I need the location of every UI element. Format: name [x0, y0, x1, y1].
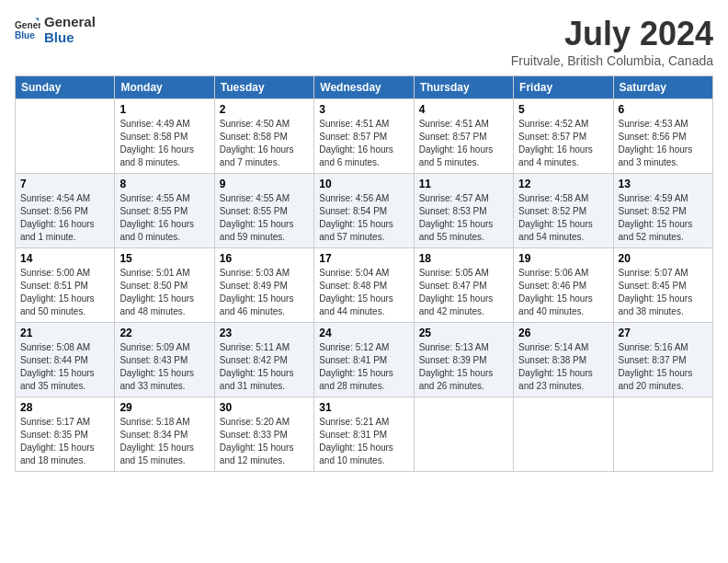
- day-cell: 4Sunrise: 4:51 AM Sunset: 8:57 PM Daylig…: [414, 99, 513, 174]
- day-cell: 6Sunrise: 4:53 AM Sunset: 8:56 PM Daylig…: [613, 99, 712, 174]
- header-cell-sunday: Sunday: [16, 76, 115, 99]
- day-number: 4: [419, 103, 508, 116]
- day-detail: Sunrise: 4:53 AM Sunset: 8:56 PM Dayligh…: [619, 118, 708, 169]
- day-cell: 23Sunrise: 5:11 AM Sunset: 8:42 PM Dayli…: [214, 323, 313, 397]
- day-detail: Sunrise: 5:00 AM Sunset: 8:51 PM Dayligh…: [20, 267, 109, 318]
- day-cell: 26Sunrise: 5:14 AM Sunset: 8:38 PM Dayli…: [514, 323, 613, 397]
- day-number: 9: [220, 178, 309, 190]
- header-cell-tuesday: Tuesday: [214, 76, 313, 99]
- day-cell: 10Sunrise: 4:56 AM Sunset: 8:54 PM Dayli…: [314, 174, 414, 248]
- day-detail: Sunrise: 5:21 AM Sunset: 8:31 PM Dayligh…: [319, 416, 408, 467]
- day-cell: 11Sunrise: 4:57 AM Sunset: 8:53 PM Dayli…: [414, 174, 513, 248]
- day-cell: 30Sunrise: 5:20 AM Sunset: 8:33 PM Dayli…: [214, 397, 313, 472]
- header-cell-saturday: Saturday: [613, 76, 712, 99]
- day-cell: 8Sunrise: 4:55 AM Sunset: 8:55 PM Daylig…: [115, 174, 214, 248]
- day-cell: 15Sunrise: 5:01 AM Sunset: 8:50 PM Dayli…: [115, 248, 214, 323]
- day-cell: [613, 397, 712, 472]
- day-detail: Sunrise: 5:05 AM Sunset: 8:47 PM Dayligh…: [419, 267, 508, 318]
- day-detail: Sunrise: 4:58 AM Sunset: 8:52 PM Dayligh…: [518, 192, 608, 244]
- day-number: 16: [220, 252, 309, 265]
- calendar-table: SundayMondayTuesdayWednesdayThursdayFrid…: [15, 75, 713, 472]
- month-title: July 2024: [511, 15, 713, 53]
- week-row-1: 1Sunrise: 4:49 AM Sunset: 8:58 PM Daylig…: [16, 99, 713, 174]
- day-detail: Sunrise: 4:52 AM Sunset: 8:57 PM Dayligh…: [518, 118, 608, 169]
- header-cell-thursday: Thursday: [414, 76, 513, 99]
- day-number: 27: [619, 327, 708, 339]
- day-number: 14: [20, 252, 109, 265]
- day-cell: 31Sunrise: 5:21 AM Sunset: 8:31 PM Dayli…: [314, 397, 414, 472]
- day-cell: 25Sunrise: 5:13 AM Sunset: 8:39 PM Dayli…: [414, 323, 513, 397]
- day-number: 13: [619, 178, 708, 190]
- header-row: SundayMondayTuesdayWednesdayThursdayFrid…: [16, 76, 713, 99]
- day-number: 7: [20, 178, 109, 190]
- day-detail: Sunrise: 5:20 AM Sunset: 8:33 PM Dayligh…: [220, 416, 309, 467]
- header-cell-monday: Monday: [115, 76, 214, 99]
- day-number: 24: [319, 327, 408, 339]
- day-number: 3: [319, 103, 408, 116]
- day-number: 11: [419, 178, 508, 190]
- day-detail: Sunrise: 4:51 AM Sunset: 8:57 PM Dayligh…: [419, 118, 508, 169]
- day-number: 17: [319, 252, 408, 265]
- week-row-4: 21Sunrise: 5:08 AM Sunset: 8:44 PM Dayli…: [16, 323, 713, 397]
- day-cell: 29Sunrise: 5:18 AM Sunset: 8:34 PM Dayli…: [115, 397, 214, 472]
- day-cell: 12Sunrise: 4:58 AM Sunset: 8:52 PM Dayli…: [514, 174, 613, 248]
- day-detail: Sunrise: 5:04 AM Sunset: 8:48 PM Dayligh…: [319, 267, 408, 318]
- day-detail: Sunrise: 4:56 AM Sunset: 8:54 PM Dayligh…: [319, 192, 408, 244]
- logo: General Blue General Blue: [15, 15, 96, 45]
- day-detail: Sunrise: 5:12 AM Sunset: 8:41 PM Dayligh…: [319, 341, 408, 393]
- day-cell: 5Sunrise: 4:52 AM Sunset: 8:57 PM Daylig…: [514, 99, 613, 174]
- day-number: 29: [119, 401, 209, 414]
- day-detail: Sunrise: 5:08 AM Sunset: 8:44 PM Dayligh…: [20, 341, 109, 393]
- day-detail: Sunrise: 5:06 AM Sunset: 8:46 PM Dayligh…: [518, 267, 608, 318]
- day-number: 20: [619, 252, 708, 265]
- day-detail: Sunrise: 5:09 AM Sunset: 8:43 PM Dayligh…: [119, 341, 209, 393]
- week-row-3: 14Sunrise: 5:00 AM Sunset: 8:51 PM Dayli…: [16, 248, 713, 323]
- day-number: 12: [518, 178, 608, 190]
- title-block: July 2024 Fruitvale, British Columbia, C…: [511, 15, 713, 68]
- day-cell: [16, 99, 115, 174]
- logo-blue: Blue: [44, 30, 96, 46]
- day-number: 28: [20, 401, 109, 414]
- day-cell: 17Sunrise: 5:04 AM Sunset: 8:48 PM Dayli…: [314, 248, 414, 323]
- day-number: 21: [20, 327, 109, 339]
- day-cell: 22Sunrise: 5:09 AM Sunset: 8:43 PM Dayli…: [115, 323, 214, 397]
- week-row-2: 7Sunrise: 4:54 AM Sunset: 8:56 PM Daylig…: [16, 174, 713, 248]
- day-detail: Sunrise: 5:07 AM Sunset: 8:45 PM Dayligh…: [619, 267, 708, 318]
- day-number: 26: [518, 327, 608, 339]
- day-detail: Sunrise: 4:57 AM Sunset: 8:53 PM Dayligh…: [419, 192, 508, 244]
- day-number: 22: [119, 327, 209, 339]
- day-cell: 18Sunrise: 5:05 AM Sunset: 8:47 PM Dayli…: [414, 248, 513, 323]
- day-cell: 7Sunrise: 4:54 AM Sunset: 8:56 PM Daylig…: [16, 174, 115, 248]
- day-cell: 20Sunrise: 5:07 AM Sunset: 8:45 PM Dayli…: [613, 248, 712, 323]
- location-title: Fruitvale, British Columbia, Canada: [511, 53, 713, 68]
- day-number: 15: [119, 252, 209, 265]
- day-number: 30: [220, 401, 309, 414]
- day-cell: 13Sunrise: 4:59 AM Sunset: 8:52 PM Dayli…: [613, 174, 712, 248]
- day-cell: 1Sunrise: 4:49 AM Sunset: 8:58 PM Daylig…: [115, 99, 214, 174]
- day-detail: Sunrise: 4:55 AM Sunset: 8:55 PM Dayligh…: [119, 192, 209, 244]
- day-detail: Sunrise: 5:13 AM Sunset: 8:39 PM Dayligh…: [419, 341, 508, 393]
- svg-text:General: General: [15, 20, 40, 30]
- page-header: General Blue General Blue July 2024 Frui…: [15, 15, 713, 68]
- day-cell: 19Sunrise: 5:06 AM Sunset: 8:46 PM Dayli…: [514, 248, 613, 323]
- day-cell: 21Sunrise: 5:08 AM Sunset: 8:44 PM Dayli…: [16, 323, 115, 397]
- header-cell-friday: Friday: [514, 76, 613, 99]
- day-detail: Sunrise: 4:49 AM Sunset: 8:58 PM Dayligh…: [119, 118, 209, 169]
- day-number: 23: [220, 327, 309, 339]
- day-detail: Sunrise: 4:59 AM Sunset: 8:52 PM Dayligh…: [619, 192, 708, 244]
- day-detail: Sunrise: 5:14 AM Sunset: 8:38 PM Dayligh…: [518, 341, 608, 393]
- day-cell: 2Sunrise: 4:50 AM Sunset: 8:58 PM Daylig…: [214, 99, 313, 174]
- day-number: 31: [319, 401, 408, 414]
- day-number: 1: [119, 103, 209, 116]
- day-cell: 9Sunrise: 4:55 AM Sunset: 8:55 PM Daylig…: [214, 174, 313, 248]
- day-cell: 24Sunrise: 5:12 AM Sunset: 8:41 PM Dayli…: [314, 323, 414, 397]
- day-cell: 16Sunrise: 5:03 AM Sunset: 8:49 PM Dayli…: [214, 248, 313, 323]
- day-cell: 14Sunrise: 5:00 AM Sunset: 8:51 PM Dayli…: [16, 248, 115, 323]
- day-detail: Sunrise: 5:01 AM Sunset: 8:50 PM Dayligh…: [119, 267, 209, 318]
- day-number: 25: [419, 327, 508, 339]
- day-detail: Sunrise: 4:55 AM Sunset: 8:55 PM Dayligh…: [220, 192, 309, 244]
- day-detail: Sunrise: 5:16 AM Sunset: 8:37 PM Dayligh…: [619, 341, 708, 393]
- day-cell: 27Sunrise: 5:16 AM Sunset: 8:37 PM Dayli…: [613, 323, 712, 397]
- day-detail: Sunrise: 4:51 AM Sunset: 8:57 PM Dayligh…: [319, 118, 408, 169]
- day-cell: [514, 397, 613, 472]
